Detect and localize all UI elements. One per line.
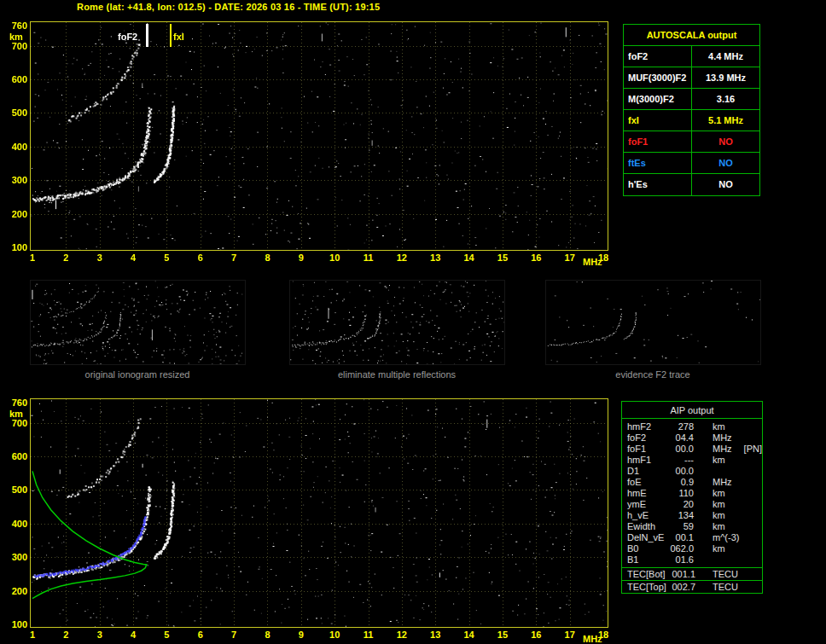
autoscala-output-panel: AUTOSCALA output foF24.4 MHzMUF(3000)F21… [623,24,760,196]
aip-param-name: DelN_vE [627,532,668,543]
freq-tick-label: 3 [97,629,102,640]
freq-tick-label: 8 [265,629,270,640]
freq-tick-label: 7 [231,252,236,263]
freq-tick-label: 9 [299,629,304,640]
aip-row-ymE: ymE20km [627,499,762,510]
fxI-marker-line [170,24,172,47]
aip-param-unit: km [713,521,725,532]
freq-unit-label: MHz [583,634,602,644]
height-tick-label: 700 [5,41,27,51]
aip-tec-name: TEC[Top] [627,581,670,593]
freq-tick-label: 14 [463,252,474,263]
aip-param-unit: km [713,421,725,432]
freq-tick-label: 13 [430,629,440,640]
foF2-marker-line [146,24,148,47]
aip-tec-rows: TEC[Bot]001.1TECUTEC[Top]002.7TECU [622,567,762,593]
freq-tick-label: 17 [565,629,575,640]
aip-param-name: Ewidth [627,521,668,532]
aip-tec-row-TEC[Top]: TEC[Top]002.7TECU [622,580,762,593]
aip-param-name: hmF2 [627,421,668,432]
aip-row-hmE: hmE110km [627,488,762,499]
height-tick-label: 400 [5,519,27,529]
aip-param-name: foF2 [627,432,668,444]
aip-param-flag: [PN] [744,444,762,455]
foF2-marker-label: foF2 [118,32,137,42]
autoscala-param-value: 13.9 MHz [692,67,759,88]
aip-param-value: 134 [668,510,694,521]
aip-row-Ewidth: Ewidth59km [627,521,762,532]
aip-param-value: 00.0 [668,466,694,477]
freq-tick-label: 1 [30,629,35,640]
autoscala-param-name: M(3000)F2 [624,89,692,109]
freq-tick-label: 17 [565,252,575,263]
aip-param-name: ymE [627,499,668,510]
aip-param-name: D1 [627,466,668,477]
aip-rows: hmF2278kmfoF204.4MHzfoF100.0MHz[PN]hmF1-… [622,419,762,567]
aip-param-unit: m^(-3) [713,532,739,543]
height-tick-label: 200 [5,209,27,219]
height-tick-label: 300 [5,552,27,562]
top-ionogram-plot: foF2 fxI [30,21,608,251]
aip-tec-name: TEC[Bot] [627,568,670,580]
aip-param-unit: MHz [713,432,732,444]
autoscala-param-value: 3.16 [692,89,759,109]
autoscala-param-name: foF2 [624,46,692,67]
aip-param-value: --- [668,455,694,466]
autoscala-param-value: NO [692,131,759,152]
freq-tick-label: 11 [364,629,374,640]
aip-tec-unit: TECU [713,568,738,580]
aip-param-name: h_vE [627,510,668,521]
freq-tick-label: 16 [531,252,541,263]
freq-tick-label: 15 [497,629,508,640]
aip-param-value: 062.0 [668,543,694,554]
aip-param-name: hmE [627,488,668,499]
bottom-ionogram-plot [30,398,608,628]
freq-tick-label: 10 [329,252,340,263]
aip-row-B1: B101.6 [627,554,762,566]
aip-output-panel: AIP output hmF2278kmfoF204.4MHzfoF100.0M… [621,401,763,594]
bottom-ionogram-canvas [31,399,608,627]
freq-tick-label: 5 [164,629,169,640]
aip-param-name: B0 [627,543,668,554]
height-tick-label: 500 [5,484,27,495]
aip-tec-value: 002.7 [670,581,695,593]
aip-param-name: foE [627,477,668,488]
aip-param-name: B1 [627,554,668,566]
aip-panel-title: AIP output [622,402,762,419]
autoscala-param-value: 5.1 MHz [692,110,759,131]
aip-param-name: hmF1 [627,455,668,466]
aip-row-h_vE: h_vE134km [627,510,762,521]
autoscala-row-fxI: fxI5.1 MHz [624,110,759,131]
autoscala-rows: foF24.4 MHzMUF(3000)F213.9 MHzM(3000)F23… [624,46,759,195]
freq-tick-label: 14 [463,629,474,640]
freq-tick-label: 12 [397,252,407,263]
aip-tec-unit: TECU [713,581,738,593]
height-tick-label: 600 [5,451,27,461]
fxI-marker-label: fxI [173,32,184,42]
aip-row-D1: D100.0 [627,466,762,477]
aip-row-foF2: foF204.4MHz [627,432,762,444]
freq-tick-label: 4 [131,252,136,263]
freq-tick-label: 1 [30,252,35,263]
autoscala-param-value: 4.4 MHz [692,46,759,67]
caption-evidence-f2: evidence F2 trace [615,369,689,380]
aip-row-DelN_vE: DelN_vE00.1m^(-3) [627,532,762,543]
height-tick-label: 700 [5,418,27,428]
top-ionogram-canvas [31,22,608,250]
aip-param-value: 00.0 [668,444,694,455]
autoscala-param-name: h'Es [624,174,692,195]
freq-tick-label: 3 [97,252,102,263]
autoscala-param-value: NO [692,153,759,173]
aip-tec-value: 001.1 [670,568,695,580]
aip-param-unit: km [713,510,725,521]
thumb-eliminate-canvas [290,281,504,364]
thumb-original-ionogram [30,280,246,365]
freq-tick-label: 2 [63,629,68,640]
aip-param-unit: MHz [713,444,732,455]
freq-tick-label: 10 [329,629,340,640]
height-tick-label: 100 [5,242,27,252]
aip-param-unit: km [713,488,725,499]
aip-param-name: foF1 [627,444,668,455]
aip-param-value: 01.6 [668,554,694,566]
autoscala-panel-title: AUTOSCALA output [624,25,759,46]
